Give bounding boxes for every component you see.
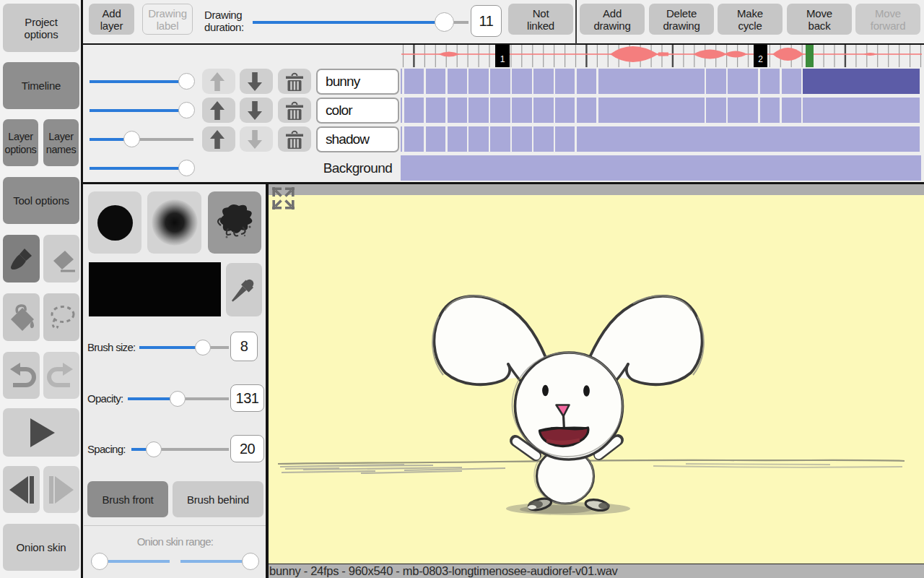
svg-text:1: 1	[500, 54, 505, 64]
svg-text:2: 2	[758, 54, 763, 64]
